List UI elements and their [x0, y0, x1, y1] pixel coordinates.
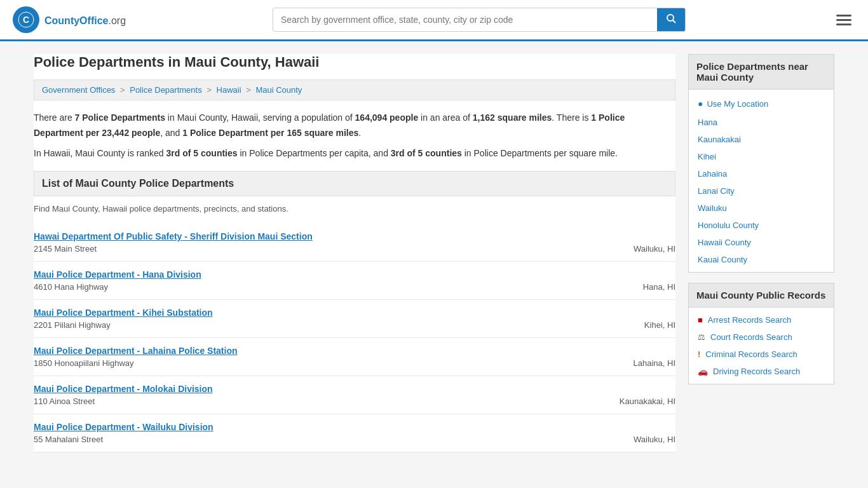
- logo-text: CountyOffice.org: [44, 13, 126, 27]
- public-records-section: Maui County Public Records ■ Arrest Reco…: [688, 283, 834, 384]
- search-button[interactable]: [657, 8, 685, 31]
- menu-line: [836, 15, 851, 17]
- dept-name: Maui Police Department - Lahaina Police …: [34, 346, 675, 356]
- list-item: ■ Arrest Records Search: [689, 311, 834, 329]
- nearby-county-link[interactable]: Kauai County: [698, 255, 747, 264]
- dept-address: 55 Mahalani Street: [34, 435, 103, 444]
- nearby-city-link[interactable]: Kaunakakai: [698, 135, 741, 144]
- dept-link[interactable]: Maui Police Department - Hana Division: [34, 269, 201, 280]
- dept-city: Kihei, HI: [644, 320, 675, 330]
- breadcrumb-link-govt[interactable]: Government Offices: [42, 85, 115, 95]
- hamburger-menu-button[interactable]: [832, 11, 855, 29]
- list-item: ⚖ Court Records Search: [689, 329, 834, 346]
- main-container: Police Departments in Maui County, Hawai…: [21, 41, 847, 465]
- nearby-city-link[interactable]: Wailuku: [698, 203, 727, 213]
- nearby-section: Police Departments near Maui County ● Us…: [688, 54, 834, 273]
- menu-line: [836, 24, 851, 25]
- dept-city: Wailuku, HI: [634, 244, 675, 254]
- dept-address: 110 Ainoa Street: [34, 396, 95, 406]
- list-item: Lahaina: [689, 165, 834, 182]
- nearby-city-link[interactable]: Lanai City: [698, 186, 735, 196]
- court-records-link[interactable]: Court Records Search: [710, 332, 792, 342]
- dept-link[interactable]: Maui Police Department - Kihei Substatio…: [34, 308, 213, 318]
- public-records-list: ■ Arrest Records Search ⚖ Court Records …: [688, 308, 834, 384]
- nearby-county-link[interactable]: Hawaii County: [698, 238, 751, 247]
- nearby-county-link[interactable]: Honolulu County: [698, 220, 759, 230]
- arrest-records-link[interactable]: Arrest Records Search: [708, 315, 792, 325]
- dept-link[interactable]: Maui Police Department - Wailuku Divisio…: [34, 422, 214, 432]
- nearby-city-link[interactable]: Lahaina: [698, 169, 727, 179]
- table-row: Maui Police Department - Hana Division 4…: [34, 262, 675, 300]
- dept-name: Maui Police Department - Wailuku Divisio…: [34, 422, 675, 432]
- criminal-records-link[interactable]: Criminal Records Search: [705, 349, 797, 359]
- nearby-city-link[interactable]: Hana: [698, 118, 717, 127]
- criminal-icon: !: [698, 349, 700, 359]
- table-row: Maui Police Department - Wailuku Divisio…: [34, 414, 675, 452]
- public-records-title: Maui County Public Records: [688, 283, 834, 308]
- dept-link[interactable]: Maui Police Department - Lahaina Police …: [34, 346, 238, 356]
- dept-address: 2145 Main Street: [34, 244, 97, 254]
- logo-icon: C: [13, 6, 39, 33]
- list-item: Wailuku: [689, 200, 834, 217]
- page-title: Police Departments in Maui County, Hawai…: [34, 54, 675, 71]
- dept-address: 4610 Hana Highway: [34, 282, 108, 292]
- table-row: Maui Police Department - Kihei Substatio…: [34, 300, 675, 338]
- driving-icon: 🚗: [698, 367, 708, 376]
- content-area: Police Departments in Maui County, Hawai…: [34, 54, 675, 452]
- court-icon: ⚖: [698, 332, 705, 342]
- dept-city: Hana, HI: [643, 282, 675, 292]
- use-location-link[interactable]: Use My Location: [707, 99, 768, 109]
- site-header: C CountyOffice.org: [0, 0, 868, 41]
- dept-name: Maui Police Department - Molokai Divisio…: [34, 384, 675, 394]
- location-icon: ●: [698, 98, 703, 109]
- list-item: Lanai City: [689, 182, 834, 200]
- arrest-icon: ■: [698, 315, 703, 325]
- dept-city: Wailuku, HI: [634, 435, 675, 444]
- breadcrumb-link-police[interactable]: Police Departments: [130, 85, 201, 95]
- dept-name: Maui Police Department - Kihei Substatio…: [34, 308, 675, 318]
- breadcrumb-link-maui[interactable]: Maui County: [255, 85, 302, 95]
- search-input[interactable]: [273, 8, 657, 31]
- list-item: Honolulu County: [689, 217, 834, 234]
- list-item: ! Criminal Records Search: [689, 346, 834, 363]
- dept-city: Kaunakakai, HI: [620, 396, 675, 406]
- breadcrumb-link-hawaii[interactable]: Hawaii: [217, 85, 241, 95]
- table-row: Hawai Department Of Public Safety - Sher…: [34, 224, 675, 262]
- nearby-city-link[interactable]: Kihei: [698, 152, 716, 161]
- list-subtitle: Find Maui County, Hawaii police departme…: [34, 204, 675, 214]
- logo-area: C CountyOffice.org: [13, 6, 126, 33]
- nearby-title: Police Departments near Maui County: [688, 54, 834, 90]
- dept-city: Lahaina, HI: [634, 358, 676, 368]
- department-list: Hawai Department Of Public Safety - Sher…: [34, 224, 675, 452]
- dept-address: 2201 Piilani Highway: [34, 320, 111, 330]
- dept-link[interactable]: Hawai Department Of Public Safety - Sher…: [34, 231, 313, 241]
- breadcrumb: Government Offices > Police Departments …: [34, 79, 675, 100]
- search-area: [273, 8, 686, 32]
- list-item: Hana: [689, 114, 834, 131]
- table-row: Maui Police Department - Lahaina Police …: [34, 338, 675, 376]
- svg-point-2: [667, 15, 674, 21]
- dept-address: 1850 Honoapiilani Highway: [34, 358, 134, 368]
- nearby-list: ● Use My Location Hana Kaunakakai Kihei …: [688, 90, 834, 273]
- dept-name: Maui Police Department - Hana Division: [34, 269, 675, 280]
- svg-text:C: C: [23, 15, 29, 25]
- dept-name: Hawai Department Of Public Safety - Sher…: [34, 231, 675, 241]
- list-item: Kaunakakai: [689, 131, 834, 148]
- list-item: Hawaii County: [689, 234, 834, 251]
- menu-line: [836, 19, 851, 21]
- search-box: [273, 8, 686, 32]
- dept-link[interactable]: Maui Police Department - Molokai Divisio…: [34, 384, 213, 394]
- list-item: 🚗 Driving Records Search: [689, 363, 834, 380]
- table-row: Maui Police Department - Molokai Divisio…: [34, 376, 675, 414]
- list-item: Kihei: [689, 148, 834, 165]
- list-item: Kauai County: [689, 251, 834, 268]
- driving-records-link[interactable]: Driving Records Search: [713, 367, 800, 376]
- svg-line-3: [673, 20, 675, 23]
- description-text: There are 7 Police Departments in Maui C…: [34, 111, 675, 161]
- sidebar: Police Departments near Maui County ● Us…: [688, 54, 834, 452]
- use-location[interactable]: ● Use My Location: [689, 93, 834, 114]
- list-section-header: List of Maui County Police Departments: [34, 171, 675, 196]
